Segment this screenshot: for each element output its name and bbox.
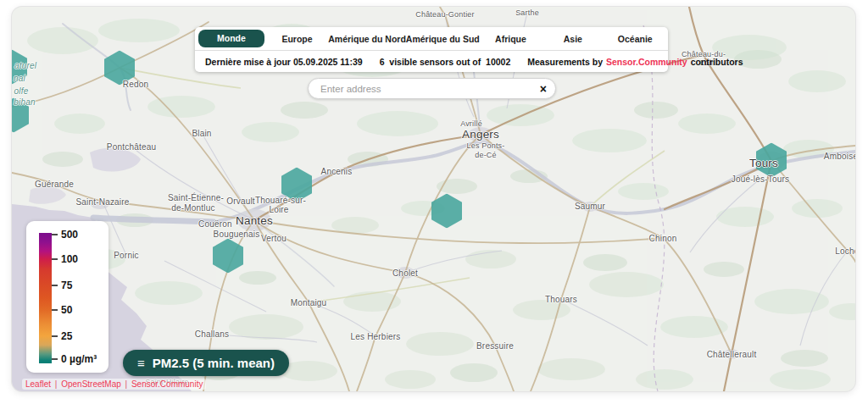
tab-amerique-du-sud[interactable]: Amérique du Sud	[406, 34, 480, 44]
attribution-link-openstreetmap[interactable]: OpenStreetMap	[61, 379, 121, 389]
legend-tick-mark	[52, 309, 58, 311]
tab-europe[interactable]: Europe	[266, 34, 328, 44]
attribution-link-leaflet[interactable]: Leaflet	[25, 379, 51, 389]
attribution-link-sensor-community[interactable]: Sensor.Community	[131, 379, 203, 389]
menu-icon: ≡	[137, 357, 145, 369]
measurements-text: Measurements bySensor.Communitycontribut…	[519, 57, 751, 67]
status-bar: Dernière mise à jour 05.09.2025 11:39 6 …	[195, 51, 668, 72]
tab-afrique[interactable]: Afrique	[480, 34, 542, 44]
legend-tick-75: 75	[61, 279, 72, 291]
tab-monde[interactable]: Monde	[198, 30, 264, 47]
tab-bar: MondeEuropeAmérique du NordAmérique du S…	[195, 27, 668, 51]
tab-amerique-du-nord[interactable]: Amérique du Nord	[328, 34, 406, 44]
map-card: Château-GontierSartheChâteau-du-LoirRedo…	[12, 7, 855, 391]
legend-tick-mark	[52, 234, 58, 235]
visible-sensors-text: 6 visible sensors out of 10002	[371, 57, 520, 67]
legend-tick-50: 50	[61, 304, 72, 316]
legend-tick-0-g-m: 0 µg/m³	[61, 353, 97, 365]
search-box: ×	[308, 78, 556, 99]
legend-tick-mark	[52, 358, 58, 360]
attribution-separator: |	[123, 379, 130, 389]
legend-tick-mark	[52, 258, 58, 260]
legend-tick-100: 100	[61, 253, 78, 265]
measurements-prefix: Measurements by	[527, 57, 603, 67]
search-input[interactable]	[309, 84, 531, 94]
attribution: Leaflet | OpenStreetMap | Sensor.Communi…	[22, 379, 206, 390]
legend-card: 5001007550250 µg/m³	[26, 221, 108, 373]
sensor-community-link[interactable]: Sensor.Community	[606, 57, 687, 67]
measurements-suffix: contributors	[691, 57, 743, 67]
attribution-separator: |	[53, 379, 59, 389]
last-update-text: Dernière mise à jour 05.09.2025 11:39	[195, 57, 371, 67]
legend-tick-500: 500	[61, 229, 78, 241]
clear-search-icon[interactable]: ×	[531, 83, 555, 95]
tab-oceanie[interactable]: Océanie	[604, 34, 666, 44]
legend-tick-mark	[52, 285, 58, 286]
layer-toggle-button[interactable]: ≡ PM2.5 (5 min. mean)	[123, 350, 289, 376]
tab-asie[interactable]: Asie	[542, 34, 604, 44]
legend-scale-ticks: 5001007550250 µg/m³	[26, 221, 108, 373]
layer-button-label: PM2.5 (5 min. mean)	[153, 356, 275, 370]
legend-tick-mark	[52, 335, 58, 337]
top-bar: MondeEuropeAmérique du NordAmérique du S…	[195, 27, 668, 72]
legend-tick-25: 25	[61, 330, 72, 342]
